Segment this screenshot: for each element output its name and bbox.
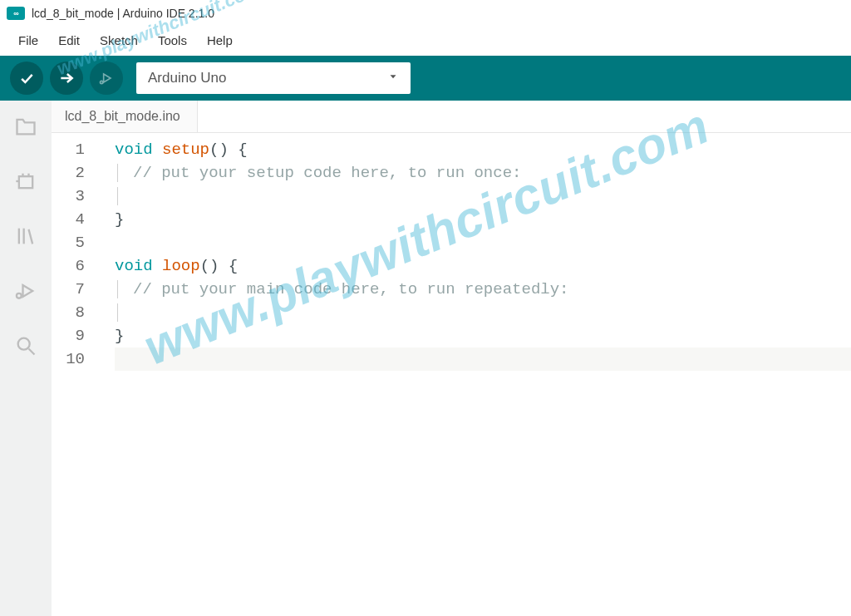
code-editor[interactable]: 12345678910 void setup() {// put your se…: [52, 133, 851, 616]
svg-line-10: [29, 229, 33, 244]
folder-icon: [14, 115, 37, 138]
menu-edit[interactable]: Edit: [50, 30, 88, 51]
editor-area: lcd_8_bit_mode.ino 12345678910 void setu…: [52, 101, 851, 616]
line-number-gutter: 12345678910: [52, 138, 98, 616]
line-number: 8: [52, 301, 85, 324]
line-number: 2: [52, 161, 85, 185]
svg-marker-3: [391, 75, 396, 78]
indent-guide: [117, 303, 118, 322]
code-line[interactable]: [115, 347, 851, 371]
main-area: lcd_8_bit_mode.ino 12345678910 void setu…: [0, 101, 851, 616]
svg-rect-4: [19, 176, 32, 188]
token-kw: void: [115, 140, 162, 159]
board-icon: [14, 170, 37, 193]
code-line[interactable]: }: [115, 208, 851, 231]
sidebar-library-manager[interactable]: [13, 224, 38, 249]
sidebar-search[interactable]: [13, 333, 38, 358]
arduino-infinity-icon: ∞: [13, 9, 17, 17]
svg-marker-1: [104, 74, 111, 82]
token-pn: () {: [209, 140, 248, 159]
sidebar-sketchbook[interactable]: [13, 114, 38, 139]
code-line[interactable]: [115, 301, 851, 324]
menu-tools[interactable]: Tools: [150, 30, 195, 51]
board-selector-label: Arduino Uno: [148, 70, 227, 86]
debug-button[interactable]: [90, 62, 123, 95]
indent-guide: [117, 280, 118, 298]
line-number: 6: [52, 254, 85, 278]
line-number: 7: [52, 278, 85, 301]
code-content[interactable]: void setup() {// put your setup code her…: [98, 138, 851, 616]
line-number: 3: [52, 185, 85, 208]
line-number: 10: [52, 347, 85, 371]
toolbar: Arduino Uno: [0, 56, 851, 101]
window-title: lcd_8_bit_mode | Arduino IDE 2.1.0: [32, 7, 214, 20]
token-pn: }: [115, 327, 124, 345]
upload-button[interactable]: [50, 62, 83, 95]
token-pn: }: [115, 210, 124, 229]
menu-file[interactable]: File: [10, 30, 47, 51]
search-icon: [14, 334, 37, 357]
token-fn: setup: [162, 140, 209, 159]
code-line[interactable]: // put your main code here, to run repea…: [115, 278, 851, 301]
arduino-app-icon: ∞: [7, 7, 25, 20]
indent-guide: [117, 187, 118, 205]
code-line[interactable]: [115, 231, 851, 254]
code-line[interactable]: void setup() {: [115, 138, 851, 161]
token-fn: loop: [162, 257, 200, 275]
arrow-right-icon: [58, 70, 75, 86]
code-line[interactable]: // put your setup code here, to run once…: [115, 161, 851, 185]
code-line[interactable]: }: [115, 324, 851, 347]
debug-icon: [14, 279, 37, 303]
svg-point-2: [101, 81, 103, 83]
code-line[interactable]: [115, 185, 851, 208]
chevron-down-icon: [387, 71, 399, 86]
debug-play-icon: [98, 70, 115, 86]
indent-guide: [117, 164, 118, 182]
check-icon: [18, 70, 35, 86]
titlebar: ∞ lcd_8_bit_mode | Arduino IDE 2.1.0: [0, 0, 851, 27]
svg-line-14: [29, 349, 35, 355]
file-tab[interactable]: lcd_8_bit_mode.ino: [52, 101, 198, 132]
sidebar-debug[interactable]: [13, 278, 38, 303]
left-sidebar: [0, 101, 52, 616]
books-icon: [14, 224, 37, 248]
board-selector[interactable]: Arduino Uno: [136, 62, 411, 94]
line-number: 9: [52, 324, 85, 347]
code-line[interactable]: void loop() {: [115, 254, 851, 278]
menubar: File Edit Sketch Tools Help: [0, 27, 851, 56]
line-number: 5: [52, 231, 85, 254]
sidebar-boards-manager[interactable]: [13, 169, 38, 194]
svg-point-12: [17, 293, 22, 298]
svg-point-13: [18, 338, 30, 350]
line-number: 4: [52, 208, 85, 231]
line-number: 1: [52, 138, 85, 161]
svg-marker-11: [23, 285, 33, 297]
verify-button[interactable]: [10, 62, 43, 95]
tab-row: lcd_8_bit_mode.ino: [52, 101, 851, 133]
token-pn: () {: [200, 257, 239, 275]
token-kw: void: [115, 257, 162, 275]
file-tab-label: lcd_8_bit_mode.ino: [65, 109, 180, 124]
menu-help[interactable]: Help: [199, 30, 241, 51]
menu-sketch[interactable]: Sketch: [91, 30, 146, 51]
token-cm: // put your main code here, to run repea…: [133, 280, 569, 298]
token-cm: // put your setup code here, to run once…: [133, 164, 521, 182]
